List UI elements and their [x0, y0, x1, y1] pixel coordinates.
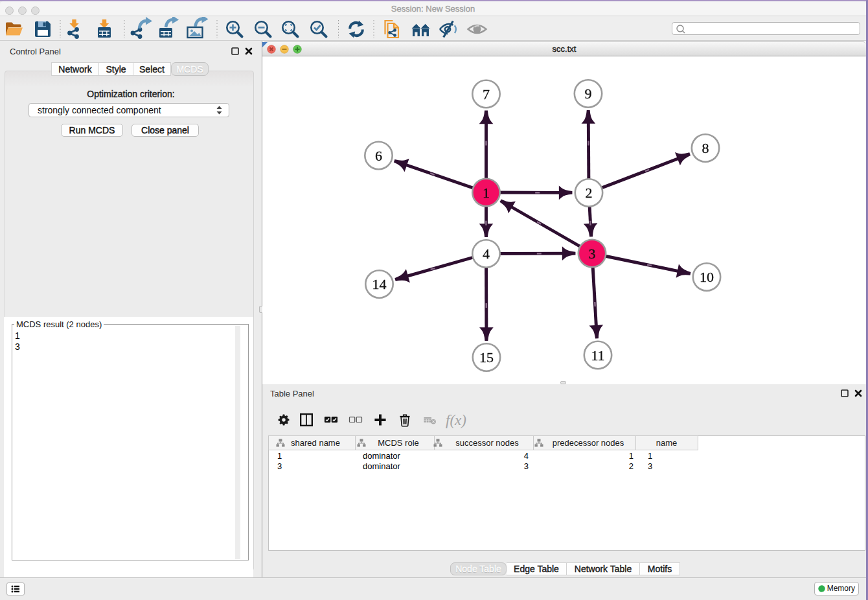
svg-text:11: 11 [591, 347, 604, 363]
svg-text:4: 4 [483, 246, 490, 262]
svg-text:predecessor nodes: predecessor nodes [553, 438, 624, 448]
svg-text:1: 1 [483, 185, 490, 201]
svg-text:14: 14 [372, 276, 387, 292]
svg-text:3: 3 [589, 246, 596, 262]
svg-text:8: 8 [702, 140, 709, 156]
svg-text:7: 7 [483, 86, 490, 102]
svg-text:9: 9 [585, 86, 592, 102]
svg-text:MCDS role: MCDS role [378, 438, 419, 448]
svg-text:15: 15 [479, 349, 494, 365]
svg-text:name: name [656, 438, 678, 448]
svg-text:2: 2 [586, 185, 593, 201]
svg-text:10: 10 [700, 269, 714, 285]
svg-text:f(x): f(x) [446, 412, 466, 428]
svg-text:successor nodes: successor nodes [455, 438, 519, 448]
svg-text:6: 6 [375, 148, 382, 164]
svg-text:shared name: shared name [291, 438, 340, 448]
